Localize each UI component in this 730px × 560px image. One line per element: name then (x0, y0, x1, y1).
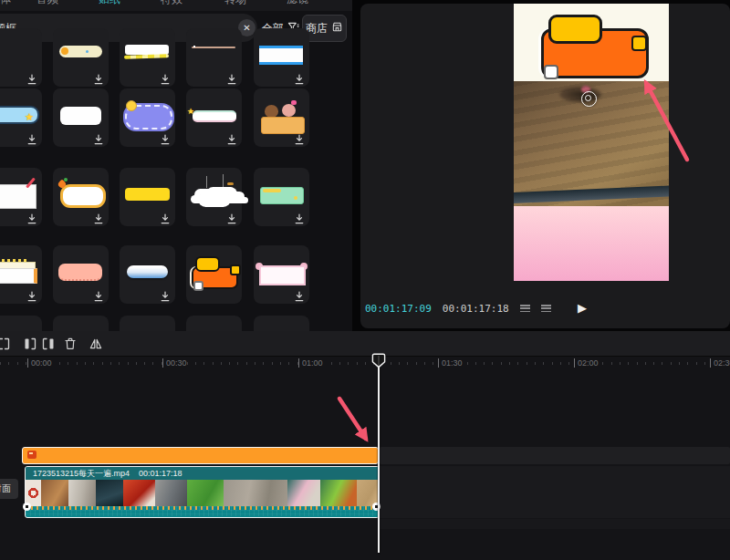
cover-button[interactable]: 封面 (0, 479, 18, 499)
sticker-clip[interactable] (22, 447, 379, 464)
template-card-blue-bar-star[interactable]: ★ (0, 88, 42, 147)
sticker-yellow-tab (548, 15, 602, 44)
tab-贴纸[interactable]: 贴纸 (99, 0, 120, 11)
download-icon[interactable] (226, 132, 237, 143)
video-track-lane (380, 466, 730, 518)
video-thumbnail-10 (320, 480, 357, 506)
clip-trim-handle-left[interactable] (23, 503, 31, 511)
template-card-plain[interactable] (186, 316, 242, 331)
video-thumbnail-9 (287, 480, 320, 506)
template-card-salmon-bar[interactable] (53, 245, 109, 304)
download-icon[interactable] (294, 72, 305, 83)
download-icon[interactable] (26, 289, 37, 300)
preview-panel: 00:01:17:09 00:01:17:18 ▶ (360, 4, 730, 328)
playhead-line[interactable] (378, 356, 380, 553)
tab-特效[interactable]: 特效 (161, 0, 182, 11)
template-card-thin-pastel[interactable]: ★ (186, 88, 242, 147)
current-timecode: 00:01:17:09 (365, 303, 432, 315)
tab-转场[interactable]: 转场 (224, 0, 246, 11)
ruler-tick-01:30: 01:30 (438, 358, 463, 368)
ruler-tick-02:00: 02:00 (574, 358, 599, 368)
download-icon[interactable] (294, 289, 305, 300)
template-card-orange-tab-selected[interactable] (186, 245, 242, 304)
download-icon[interactable] (93, 72, 104, 83)
video-thumbnail-4 (96, 480, 123, 506)
template-card-stacked-paper[interactable] (0, 245, 42, 304)
template-card-cloud[interactable] (186, 168, 242, 226)
download-icon[interactable] (294, 132, 305, 143)
template-card-carrot-border[interactable] (53, 168, 109, 226)
download-icon[interactable] (226, 72, 237, 83)
template-card-plain[interactable] (0, 28, 42, 87)
video-thumbnail-6 (155, 480, 187, 506)
video-clip-name: 1723513215每天一遍.mp4 (33, 468, 130, 480)
sticker-track-lane (380, 447, 730, 464)
template-card-white-rounded[interactable] (53, 88, 109, 147)
track-lane-extra (380, 519, 730, 529)
video-thumbnail-7 (187, 480, 224, 506)
template-card-plain[interactable] (254, 316, 309, 331)
ruler-tick-02:30: 02:30 (710, 358, 730, 368)
ruler-tick-01:00: 01:00 (298, 358, 323, 368)
template-card-pig-frame[interactable] (254, 245, 309, 304)
tab-媒体[interactable]: 媒体 (0, 0, 11, 11)
delete-icon[interactable] (63, 337, 78, 351)
download-icon[interactable] (93, 289, 104, 300)
layout-icon[interactable] (520, 305, 530, 314)
library-panel: 媒体音频贴纸特效转场滤镜 标题框 ✕ 全部 商店 ★★ (0, 0, 352, 331)
template-card-cream-banner[interactable] (53, 28, 109, 87)
tab-音频[interactable]: 音频 (36, 0, 58, 11)
template-card-thin-line[interactable] (186, 28, 242, 87)
video-thumbnail-2 (41, 480, 68, 506)
video-thumbnail-5 (123, 480, 155, 506)
split-icon[interactable] (0, 337, 11, 351)
layout-icon-2[interactable] (541, 305, 551, 314)
template-card-white-pencil[interactable] (0, 168, 42, 226)
download-icon[interactable] (26, 72, 37, 83)
download-icon[interactable] (160, 132, 171, 143)
rotate-handle-icon[interactable] (581, 91, 597, 107)
mirror-icon[interactable] (89, 337, 103, 351)
total-timecode: 00:01:17:18 (443, 303, 509, 315)
cover-button-label: 封面 (0, 482, 11, 495)
download-icon[interactable] (226, 212, 237, 223)
video-frame-pink-section (514, 206, 669, 281)
sticker-white-corner (544, 65, 558, 79)
playhead-head[interactable] (371, 353, 386, 368)
template-card-blue-gradient[interactable] (120, 245, 175, 304)
download-icon[interactable] (160, 289, 171, 300)
download-icon[interactable] (26, 132, 37, 143)
download-icon[interactable] (160, 72, 171, 83)
store-icon (331, 21, 343, 36)
timeline-panel: 00:0000:3001:0001:3002:0002:30 172351321… (0, 331, 730, 560)
timeline-toolbar (0, 331, 730, 357)
template-card-plain[interactable] (120, 316, 175, 331)
ruler-tick-00:00: 00:00 (27, 358, 52, 368)
template-card-blue-box[interactable] (254, 28, 309, 87)
download-icon[interactable] (26, 212, 37, 223)
clip-trim-handle-right[interactable] (372, 503, 381, 511)
delete-left-icon[interactable] (23, 337, 37, 351)
template-card-plain[interactable] (0, 316, 42, 331)
video-clip-thumbnails (26, 480, 379, 506)
template-card-purple-dashed[interactable] (120, 88, 175, 147)
delete-right-icon[interactable] (41, 337, 56, 351)
timecode-row: 00:01:17:09 00:01:17:18 (365, 303, 551, 315)
template-card-yellow-bar[interactable] (120, 168, 175, 226)
template-card-plain[interactable] (53, 316, 109, 331)
template-card-mint-box[interactable] (254, 168, 309, 226)
download-icon[interactable] (160, 212, 171, 223)
download-icon[interactable] (93, 212, 104, 223)
timeline-ruler[interactable]: 00:0000:3001:0001:3002:0002:30 (0, 356, 730, 370)
video-frame-cream-section (514, 4, 669, 81)
video-thumbnail-8 (224, 480, 287, 506)
download-icon[interactable] (93, 132, 104, 143)
tab-滤镜[interactable]: 滤镜 (287, 0, 308, 11)
sticker-clip-icon (27, 451, 36, 459)
play-button[interactable]: ▶ (578, 301, 587, 316)
video-clip[interactable]: 1723513215每天一遍.mp4 00:01:17:18 (25, 466, 380, 518)
download-icon[interactable] (294, 212, 305, 223)
template-card-bears-sign[interactable] (254, 88, 309, 147)
template-card-white-squiggle[interactable] (120, 28, 175, 87)
video-preview[interactable] (514, 4, 669, 281)
